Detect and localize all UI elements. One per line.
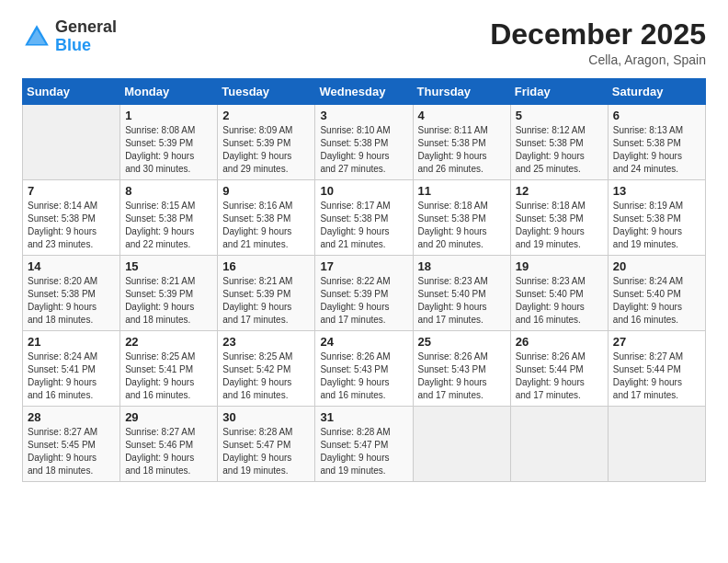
calendar-cell: 28Sunrise: 8:27 AM Sunset: 5:45 PM Dayli…	[23, 407, 120, 482]
calendar-cell: 4Sunrise: 8:11 AM Sunset: 5:38 PM Daylig…	[413, 105, 510, 180]
calendar-body: 1Sunrise: 8:08 AM Sunset: 5:39 PM Daylig…	[23, 105, 706, 482]
cell-info: Sunrise: 8:09 AM Sunset: 5:39 PM Dayligh…	[222, 124, 310, 176]
cell-info: Sunrise: 8:22 AM Sunset: 5:39 PM Dayligh…	[320, 275, 407, 327]
location: Cella, Aragon, Spain	[490, 52, 706, 67]
day-number: 4	[418, 109, 506, 122]
week-row-1: 1Sunrise: 8:08 AM Sunset: 5:39 PM Daylig…	[23, 105, 706, 180]
day-number: 8	[125, 184, 212, 198]
cell-info: Sunrise: 8:21 AM Sunset: 5:39 PM Dayligh…	[222, 275, 310, 327]
weekday-thursday: Thursday	[413, 79, 510, 105]
calendar-cell: 26Sunrise: 8:26 AM Sunset: 5:44 PM Dayli…	[510, 331, 608, 407]
cell-info: Sunrise: 8:24 AM Sunset: 5:41 PM Dayligh…	[28, 350, 115, 402]
cell-info: Sunrise: 8:14 AM Sunset: 5:38 PM Dayligh…	[28, 200, 115, 251]
day-number: 14	[28, 259, 115, 273]
calendar-cell: 24Sunrise: 8:26 AM Sunset: 5:43 PM Dayli…	[315, 331, 413, 407]
day-number: 23	[222, 335, 310, 349]
calendar-cell: 25Sunrise: 8:26 AM Sunset: 5:43 PM Dayli…	[413, 331, 510, 407]
week-row-3: 14Sunrise: 8:20 AM Sunset: 5:38 PM Dayli…	[23, 256, 706, 331]
cell-info: Sunrise: 8:20 AM Sunset: 5:38 PM Dayligh…	[28, 275, 115, 327]
cell-info: Sunrise: 8:28 AM Sunset: 5:47 PM Dayligh…	[320, 426, 407, 477]
calendar-cell: 16Sunrise: 8:21 AM Sunset: 5:39 PM Dayli…	[218, 256, 315, 331]
cell-info: Sunrise: 8:17 AM Sunset: 5:38 PM Dayligh…	[320, 200, 407, 251]
day-number: 29	[125, 410, 212, 424]
day-number: 7	[28, 184, 115, 198]
day-number: 6	[613, 109, 700, 122]
calendar-cell: 2Sunrise: 8:09 AM Sunset: 5:39 PM Daylig…	[218, 105, 315, 180]
day-number: 25	[418, 335, 506, 349]
day-number: 18	[418, 259, 506, 273]
calendar-cell: 23Sunrise: 8:25 AM Sunset: 5:42 PM Dayli…	[218, 331, 315, 407]
day-number: 11	[418, 184, 506, 198]
day-number: 22	[125, 335, 212, 349]
day-number: 21	[28, 335, 115, 349]
weekday-tuesday: Tuesday	[218, 79, 315, 105]
calendar-cell	[413, 407, 510, 482]
day-number: 31	[320, 410, 407, 424]
calendar-cell	[608, 407, 705, 482]
day-number: 9	[222, 184, 310, 198]
cell-info: Sunrise: 8:18 AM Sunset: 5:38 PM Dayligh…	[516, 200, 603, 251]
weekday-row: SundayMondayTuesdayWednesdayThursdayFrid…	[23, 79, 706, 105]
weekday-sunday: Sunday	[23, 79, 120, 105]
month-title: December 2025	[490, 18, 706, 51]
day-number: 3	[320, 109, 407, 122]
day-number: 16	[222, 259, 310, 273]
calendar-cell: 1Sunrise: 8:08 AM Sunset: 5:39 PM Daylig…	[120, 105, 218, 180]
weekday-monday: Monday	[120, 79, 218, 105]
cell-info: Sunrise: 8:23 AM Sunset: 5:40 PM Dayligh…	[418, 275, 506, 327]
day-number: 17	[320, 259, 407, 273]
calendar-cell: 18Sunrise: 8:23 AM Sunset: 5:40 PM Dayli…	[413, 256, 510, 331]
day-number: 27	[613, 335, 700, 349]
week-row-5: 28Sunrise: 8:27 AM Sunset: 5:45 PM Dayli…	[23, 407, 706, 482]
calendar-cell	[23, 105, 120, 180]
cell-info: Sunrise: 8:28 AM Sunset: 5:47 PM Dayligh…	[222, 426, 310, 477]
logo-icon	[22, 22, 51, 52]
cell-info: Sunrise: 8:15 AM Sunset: 5:38 PM Dayligh…	[125, 200, 212, 251]
cell-info: Sunrise: 8:26 AM Sunset: 5:43 PM Dayligh…	[418, 350, 506, 402]
cell-info: Sunrise: 8:24 AM Sunset: 5:40 PM Dayligh…	[613, 275, 700, 327]
calendar-cell: 9Sunrise: 8:16 AM Sunset: 5:38 PM Daylig…	[218, 180, 315, 256]
logo-blue-text: Blue	[55, 36, 91, 54]
day-number: 1	[125, 109, 212, 122]
weekday-wednesday: Wednesday	[315, 79, 413, 105]
day-number: 30	[222, 410, 310, 424]
calendar-cell	[510, 407, 608, 482]
calendar-cell: 29Sunrise: 8:27 AM Sunset: 5:46 PM Dayli…	[120, 407, 218, 482]
calendar-cell: 22Sunrise: 8:25 AM Sunset: 5:41 PM Dayli…	[120, 331, 218, 407]
calendar-cell: 20Sunrise: 8:24 AM Sunset: 5:40 PM Dayli…	[608, 256, 705, 331]
weekday-friday: Friday	[510, 79, 608, 105]
calendar-cell: 30Sunrise: 8:28 AM Sunset: 5:47 PM Dayli…	[218, 407, 315, 482]
cell-info: Sunrise: 8:18 AM Sunset: 5:38 PM Dayligh…	[418, 200, 506, 251]
cell-info: Sunrise: 8:21 AM Sunset: 5:39 PM Dayligh…	[125, 275, 212, 327]
weekday-saturday: Saturday	[608, 79, 705, 105]
logo-general-text: General	[55, 17, 117, 36]
cell-info: Sunrise: 8:26 AM Sunset: 5:43 PM Dayligh…	[320, 350, 407, 402]
title-block: December 2025 Cella, Aragon, Spain	[490, 18, 706, 67]
cell-info: Sunrise: 8:19 AM Sunset: 5:38 PM Dayligh…	[613, 200, 700, 251]
cell-info: Sunrise: 8:13 AM Sunset: 5:38 PM Dayligh…	[613, 124, 700, 176]
calendar-cell: 21Sunrise: 8:24 AM Sunset: 5:41 PM Dayli…	[23, 331, 120, 407]
day-number: 10	[320, 184, 407, 198]
calendar-cell: 5Sunrise: 8:12 AM Sunset: 5:38 PM Daylig…	[510, 105, 608, 180]
header: General Blue December 2025 Cella, Aragon…	[22, 18, 706, 67]
day-number: 5	[516, 109, 603, 122]
cell-info: Sunrise: 8:08 AM Sunset: 5:39 PM Dayligh…	[125, 124, 212, 176]
week-row-2: 7Sunrise: 8:14 AM Sunset: 5:38 PM Daylig…	[23, 180, 706, 256]
day-number: 15	[125, 259, 212, 273]
calendar-cell: 10Sunrise: 8:17 AM Sunset: 5:38 PM Dayli…	[315, 180, 413, 256]
day-number: 24	[320, 335, 407, 349]
cell-info: Sunrise: 8:27 AM Sunset: 5:45 PM Dayligh…	[28, 426, 115, 477]
week-row-4: 21Sunrise: 8:24 AM Sunset: 5:41 PM Dayli…	[23, 331, 706, 407]
calendar-cell: 17Sunrise: 8:22 AM Sunset: 5:39 PM Dayli…	[315, 256, 413, 331]
calendar-cell: 7Sunrise: 8:14 AM Sunset: 5:38 PM Daylig…	[23, 180, 120, 256]
day-number: 12	[516, 184, 603, 198]
logo-text: General Blue	[55, 18, 117, 55]
calendar-cell: 11Sunrise: 8:18 AM Sunset: 5:38 PM Dayli…	[413, 180, 510, 256]
calendar-header: SundayMondayTuesdayWednesdayThursdayFrid…	[23, 79, 706, 105]
calendar-cell: 12Sunrise: 8:18 AM Sunset: 5:38 PM Dayli…	[510, 180, 608, 256]
cell-info: Sunrise: 8:23 AM Sunset: 5:40 PM Dayligh…	[516, 275, 603, 327]
cell-info: Sunrise: 8:25 AM Sunset: 5:41 PM Dayligh…	[125, 350, 212, 402]
calendar-cell: 8Sunrise: 8:15 AM Sunset: 5:38 PM Daylig…	[120, 180, 218, 256]
calendar-cell: 13Sunrise: 8:19 AM Sunset: 5:38 PM Dayli…	[608, 180, 705, 256]
cell-info: Sunrise: 8:11 AM Sunset: 5:38 PM Dayligh…	[418, 124, 506, 176]
